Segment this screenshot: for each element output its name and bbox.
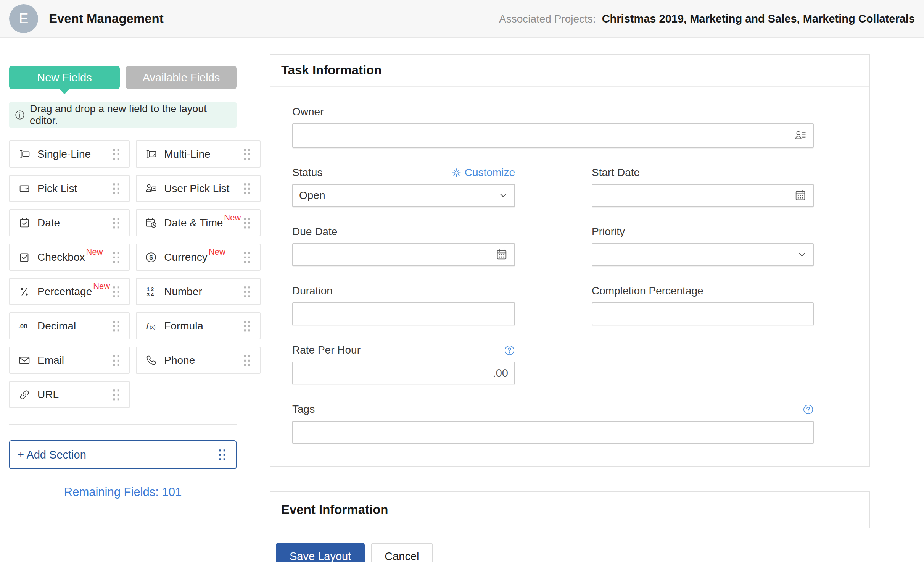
associated-projects-label: Associated Projects: bbox=[499, 13, 596, 25]
gear-icon bbox=[451, 168, 462, 178]
field-item-number[interactable]: 1 23 4 Number bbox=[136, 278, 261, 305]
owner-label: Owner bbox=[292, 106, 324, 118]
rate-per-hour-label: Rate Per Hour bbox=[292, 344, 361, 356]
customize-status-link[interactable]: Customize bbox=[451, 166, 515, 179]
tab-new-fields[interactable]: New Fields bbox=[9, 66, 120, 89]
fields-tabs: New Fields Available Fields bbox=[9, 66, 237, 89]
duration-field: Duration bbox=[292, 284, 515, 325]
add-section-button[interactable]: + Add Section bbox=[9, 440, 237, 469]
drag-handle-icon[interactable] bbox=[110, 216, 123, 229]
field-item-percentage[interactable]: Percentage New bbox=[9, 278, 130, 305]
app-header: E Event Management Associated Projects: … bbox=[0, 0, 924, 38]
owner-input[interactable] bbox=[292, 123, 814, 148]
drag-drop-info: Drag and drop a new field to the layout … bbox=[9, 102, 237, 128]
priority-field: Priority bbox=[592, 225, 814, 266]
add-section-label: + Add Section bbox=[18, 449, 86, 461]
url-icon bbox=[18, 388, 31, 402]
field-item-pick-list[interactable]: Pick List bbox=[9, 175, 130, 202]
chevron-down-icon bbox=[797, 250, 807, 260]
field-item-multi-line[interactable]: Multi-Line bbox=[136, 140, 261, 168]
field-item-email[interactable]: Email bbox=[9, 347, 130, 374]
field-item-url[interactable]: URL bbox=[9, 381, 130, 408]
due-date-label: Due Date bbox=[292, 226, 337, 238]
percentage-icon bbox=[18, 285, 31, 299]
drag-handle-icon[interactable] bbox=[216, 448, 229, 461]
status-select[interactable]: Open bbox=[292, 184, 515, 207]
svg-text:3 4: 3 4 bbox=[147, 292, 154, 297]
rate-per-hour-field: Rate Per Hour .00 bbox=[292, 344, 515, 384]
tags-input[interactable] bbox=[292, 421, 814, 444]
field-item-checkbox[interactable]: Checkbox New bbox=[9, 244, 130, 271]
avatar: E bbox=[9, 4, 38, 33]
number-icon: 1 23 4 bbox=[144, 285, 158, 299]
owner-field: Owner bbox=[292, 105, 869, 148]
associated-projects: Associated Projects: Christmas 2019, Mar… bbox=[499, 13, 915, 25]
task-information-body: Owner Status Customize bbox=[270, 87, 869, 466]
associated-projects-value: Christmas 2019, Marketing and Sales, Mar… bbox=[602, 13, 915, 25]
completion-percentage-field: Completion Percentage bbox=[592, 284, 814, 325]
tab-available-fields[interactable]: Available Fields bbox=[126, 66, 237, 89]
drag-drop-info-text: Drag and drop a new field to the layout … bbox=[30, 103, 231, 127]
field-item-single-line[interactable]: Single-Line bbox=[9, 140, 130, 168]
phone-icon bbox=[144, 354, 158, 367]
field-item-phone[interactable]: Phone bbox=[136, 347, 261, 374]
pick-list-icon bbox=[18, 182, 31, 195]
svg-text:.00: .00 bbox=[18, 322, 27, 329]
completion-percentage-label: Completion Percentage bbox=[592, 285, 703, 297]
multi-line-icon bbox=[144, 147, 158, 161]
task-information-header: Task Information bbox=[270, 55, 869, 87]
start-date-label: Start Date bbox=[592, 166, 640, 179]
field-item-currency[interactable]: $ Currency New bbox=[136, 244, 261, 271]
save-layout-button[interactable]: Save Layout bbox=[276, 543, 365, 562]
duration-input[interactable] bbox=[292, 302, 515, 325]
single-line-icon bbox=[18, 147, 31, 161]
date-time-icon bbox=[144, 216, 158, 230]
checkbox-icon bbox=[18, 250, 31, 264]
tags-help-icon[interactable] bbox=[803, 404, 814, 415]
drag-handle-icon[interactable] bbox=[110, 251, 123, 264]
new-fields-list: Single-Line Multi-Line Pick List User Pi… bbox=[9, 140, 237, 408]
status-field: Status Customize Open bbox=[292, 166, 515, 207]
customize-label: Customize bbox=[465, 166, 515, 179]
start-date-input[interactable] bbox=[592, 184, 814, 207]
drag-handle-icon[interactable] bbox=[110, 354, 123, 367]
remaining-fields-counter: Remaining Fields: 101 bbox=[9, 485, 237, 499]
due-date-field: Due Date bbox=[292, 225, 515, 266]
field-item-date[interactable]: Date bbox=[9, 209, 130, 236]
user-list-icon bbox=[794, 129, 807, 142]
priority-label: Priority bbox=[592, 226, 625, 238]
start-date-field: Start Date bbox=[592, 166, 814, 207]
field-item-decimal[interactable]: .00 Decimal bbox=[9, 312, 130, 339]
cancel-button[interactable]: Cancel bbox=[371, 543, 433, 562]
decimal-icon: .00 bbox=[18, 319, 31, 333]
field-item-formula[interactable]: f(x) Formula bbox=[136, 312, 261, 339]
field-item-date-time[interactable]: Date & Time New bbox=[136, 209, 261, 236]
event-information-title: Event Information bbox=[281, 502, 388, 517]
user-pick-list-icon bbox=[144, 182, 158, 195]
rate-per-hour-help-icon[interactable] bbox=[504, 345, 515, 356]
currency-icon: $ bbox=[144, 250, 158, 264]
drag-handle-icon[interactable] bbox=[110, 285, 123, 298]
calendar-icon bbox=[495, 248, 508, 261]
completion-percentage-input[interactable] bbox=[592, 302, 814, 325]
drag-handle-icon[interactable] bbox=[110, 182, 123, 195]
status-value: Open bbox=[299, 189, 325, 202]
sidebar-divider bbox=[9, 424, 237, 425]
field-item-user-pick-list[interactable]: User Pick List bbox=[136, 175, 261, 202]
chevron-down-icon bbox=[498, 191, 508, 200]
drag-handle-icon[interactable] bbox=[110, 388, 123, 401]
drag-handle-icon[interactable] bbox=[110, 148, 123, 161]
date-icon bbox=[18, 216, 31, 230]
due-date-input[interactable] bbox=[292, 243, 515, 266]
email-icon bbox=[18, 354, 31, 367]
rate-per-hour-input[interactable]: .00 bbox=[292, 362, 515, 384]
drag-handle-icon[interactable] bbox=[110, 320, 123, 333]
priority-select[interactable] bbox=[592, 243, 814, 266]
tags-label: Tags bbox=[292, 403, 315, 415]
task-information-title: Task Information bbox=[281, 63, 382, 78]
svg-text:1 2: 1 2 bbox=[147, 286, 154, 292]
form-actions: Save Layout Cancel bbox=[276, 543, 924, 562]
svg-text:f: f bbox=[146, 321, 150, 330]
info-circle-icon bbox=[14, 110, 25, 120]
tags-field: Tags bbox=[292, 403, 814, 444]
